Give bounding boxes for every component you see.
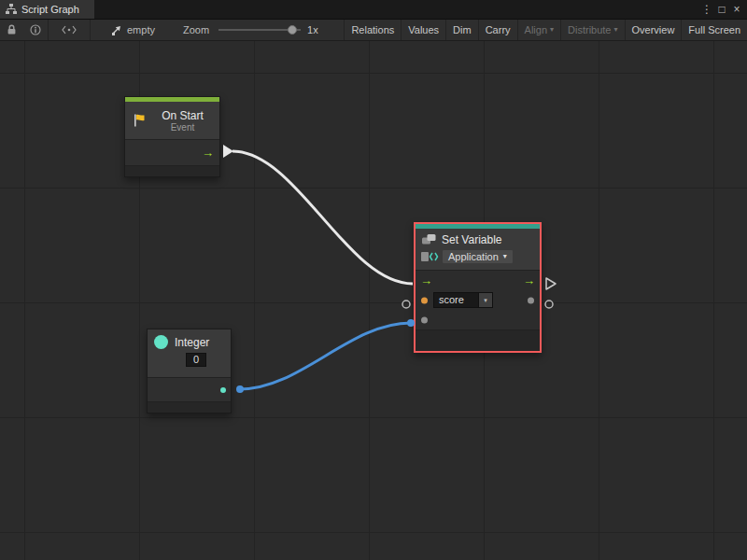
value-input-port[interactable] [421,317,428,324]
variable-name-input-port[interactable] [421,298,428,304]
node-footer [148,401,231,413]
set-variable-name-row: score ▾ [416,290,540,311]
graph-icon [6,4,17,15]
variable-kind-icon [421,251,442,262]
window-menu-button[interactable]: ⋮ [699,3,714,16]
distribute-button: Distribute ▾ [560,20,624,40]
zoom-label: Zoom [183,24,209,35]
wire-layer [0,41,747,560]
zoom-control: Zoom 1x [183,24,318,35]
node-title: Set Variable [442,233,534,246]
info-icon[interactable] [23,20,48,40]
node-title: On Start [162,109,204,122]
variables-icon [421,233,442,246]
values-button[interactable]: Values [401,20,445,40]
lock-icon[interactable] [0,20,23,40]
variable-name-value: score [433,292,479,308]
chevron-down-icon[interactable]: ▾ [479,292,493,308]
graph-canvas[interactable]: On Start Event → Integer 0 [0,41,747,560]
graph-inspector-icon[interactable] [49,20,90,40]
flow-output-port[interactable]: → [202,146,214,158]
wire-flow-onstart-to-setvariable[interactable] [233,151,413,284]
zoom-value: 1x [307,24,318,35]
on-start-flow-row: → [125,139,219,165]
node-on-start[interactable]: On Start Event → [124,96,220,177]
tab-script-graph[interactable]: Script Graph [0,0,94,19]
wire-value-integer-to-setvariable[interactable] [240,323,411,389]
graph-toolbar: empty Zoom 1x Relations Values Dim Carry [0,20,747,41]
integer-value-input[interactable]: 0 [186,353,206,367]
pointer-icon [111,24,122,35]
set-variable-flow-row: → → [416,270,540,290]
integer-type-icon [154,335,168,349]
chevron-down-icon: ▾ [503,253,507,260]
integer-output-port[interactable] [220,387,226,393]
zoom-slider[interactable] [218,29,301,31]
node-integer[interactable]: Integer 0 [147,329,232,413]
node-footer [125,165,219,176]
on-start-header[interactable]: On Start Event [125,102,219,139]
warnings-indicator[interactable]: empty [111,24,155,35]
variable-scope-dropdown[interactable]: Application ▾ [442,249,514,264]
node-footer [416,329,540,351]
tab-label: Script Graph [21,4,79,15]
integer-header[interactable]: Integer 0 [148,329,231,377]
window-controls: ⋮ □ × [699,0,747,19]
overview-button[interactable]: Overview [625,20,682,40]
variable-name-dropdown[interactable]: score ▾ [433,292,493,308]
set-variable-header[interactable]: Set Variable Application ▾ [416,229,540,270]
align-button: Align ▾ [517,20,560,40]
flow-output-port[interactable]: → [523,273,535,286]
value-wire-start-dot[interactable] [236,385,244,393]
carry-button[interactable]: Carry [478,20,517,40]
name-input-outer-port[interactable] [402,301,410,308]
set-variable-value-row [416,311,540,329]
relations-button[interactable]: Relations [344,20,401,40]
chevron-down-icon: ▾ [614,26,618,34]
dim-button[interactable]: Dim [445,20,478,40]
flow-output-outer-triangle[interactable] [546,278,556,289]
window-maximize-button[interactable]: □ [714,3,729,16]
node-set-variable[interactable]: Set Variable Application ▾ → → [414,222,542,353]
script-graph-window: Script Graph ⋮ □ × [0,0,747,560]
node-subtitle: Event [171,122,195,133]
integer-port-row [148,377,231,401]
title-bar: Script Graph ⋮ □ × [0,0,747,20]
toolbar-buttons: Relations Values Dim Carry Align ▾ Distr… [344,20,747,40]
fullscreen-button[interactable]: Full Screen [681,20,747,40]
flow-input-port[interactable]: → [420,273,432,286]
toolbar-separator [90,20,91,40]
zoom-slider-handle[interactable] [288,25,297,35]
window-close-button[interactable]: × [729,3,744,16]
result-output-port[interactable] [528,298,534,304]
chevron-down-icon: ▾ [550,26,554,34]
warnings-label: empty [127,24,155,35]
flag-icon [132,113,147,128]
result-output-outer-port[interactable] [545,301,553,308]
node-title: Integer [175,336,209,349]
flow-wire-start-triangle[interactable] [223,145,233,158]
